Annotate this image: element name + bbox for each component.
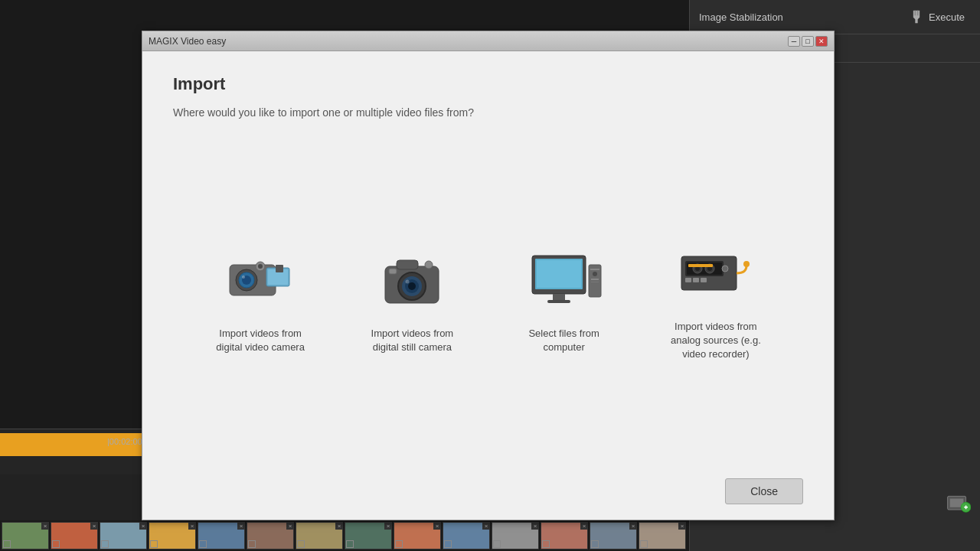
- import-subtitle: Where would you like to import one or mu…: [173, 106, 803, 119]
- computer-icon: [522, 246, 606, 315]
- import-digital-camera-option[interactable]: Import videos fromdigital video camera: [191, 230, 329, 370]
- svg-rect-19: [397, 260, 418, 269]
- svg-rect-33: [590, 269, 599, 270]
- dialog-window-buttons: ─ □ ✕: [788, 36, 828, 47]
- execute-button[interactable]: Execute: [903, 6, 971, 28]
- svg-rect-48: [701, 278, 707, 282]
- analog-icon: [674, 239, 758, 308]
- import-heading: Import: [173, 74, 803, 94]
- dialog-footer: Close: [142, 466, 834, 520]
- digital-camera-icon: [218, 246, 302, 315]
- svg-rect-35: [591, 279, 599, 280]
- svg-rect-25: [389, 269, 397, 274]
- svg-point-26: [425, 261, 433, 269]
- maximize-button[interactable]: □: [802, 36, 814, 47]
- dialog-titlebar[interactable]: MAGIX Video easy ─ □ ✕: [142, 31, 834, 51]
- computer-label: Select files fromcomputer: [528, 327, 599, 354]
- svg-rect-31: [547, 300, 570, 303]
- import-computer-option[interactable]: Select files fromcomputer: [495, 230, 633, 370]
- image-stabilization-label: Image Stabilization: [699, 11, 783, 23]
- svg-point-45: [722, 266, 728, 272]
- svg-point-12: [242, 276, 245, 279]
- import-dialog: MAGIX Video easy ─ □ ✕ Import Where woul…: [142, 31, 835, 520]
- dialog-overlay: MAGIX Video easy ─ □ ✕ Import Where woul…: [0, 0, 689, 551]
- import-analog-option[interactable]: Import videos fromanalog sources (e.g.vi…: [647, 223, 785, 377]
- svg-rect-30: [553, 294, 565, 300]
- import-options-container: Import videos fromdigital video camera: [173, 149, 803, 451]
- svg-rect-29: [537, 260, 581, 288]
- minimize-button[interactable]: ─: [788, 36, 800, 47]
- svg-point-14: [258, 264, 263, 269]
- svg-rect-47: [693, 278, 699, 282]
- digital-camera-label: Import videos fromdigital video camera: [216, 327, 305, 354]
- add-scene-icon: [946, 493, 971, 514]
- import-still-camera-option[interactable]: Import videos fromdigital still camera: [343, 230, 481, 370]
- still-camera-label: Import videos fromdigital still camera: [371, 327, 454, 354]
- still-camera-icon: [370, 246, 454, 315]
- svg-rect-17: [276, 265, 283, 272]
- svg-point-34: [593, 272, 597, 276]
- analog-label: Import videos fromanalog sources (e.g.vi…: [671, 320, 761, 362]
- svg-point-49: [743, 261, 750, 267]
- close-window-button[interactable]: ✕: [815, 36, 828, 47]
- dialog-title: MAGIX Video easy: [149, 36, 226, 47]
- svg-rect-44: [688, 264, 713, 267]
- svg-rect-36: [591, 282, 599, 282]
- svg-rect-46: [685, 278, 691, 282]
- close-dialog-button[interactable]: Close: [725, 478, 803, 504]
- svg-point-23: [408, 282, 416, 290]
- svg-point-24: [406, 279, 410, 283]
- add-scene-button[interactable]: [946, 493, 971, 514]
- dialog-body: Import Where would you like to import on…: [142, 51, 834, 466]
- right-panel-header: Image Stabilization Execute: [690, 0, 980, 34]
- execute-icon: [909, 9, 924, 24]
